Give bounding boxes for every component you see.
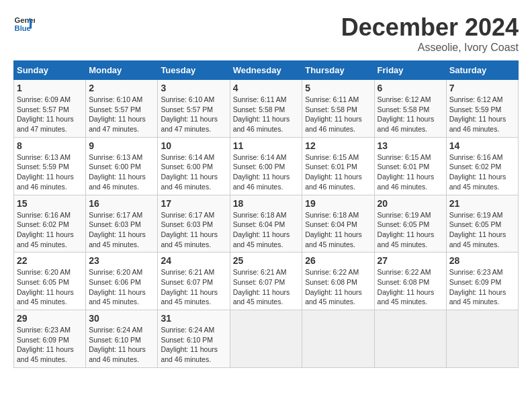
calendar-cell: 17Sunrise: 6:17 AMSunset: 6:03 PMDayligh… xyxy=(158,195,230,253)
calendar-cell: 6Sunrise: 6:12 AMSunset: 5:58 PMDaylight… xyxy=(374,80,446,138)
day-info: Sunrise: 6:21 AMSunset: 6:07 PMDaylight:… xyxy=(233,267,300,307)
day-info: Sunrise: 6:23 AMSunset: 6:09 PMDaylight:… xyxy=(449,267,515,307)
day-number: 7 xyxy=(449,83,515,93)
calendar-cell xyxy=(446,310,518,368)
calendar-cell xyxy=(230,310,302,368)
calendar-body: 1Sunrise: 6:09 AMSunset: 5:57 PMDaylight… xyxy=(14,80,519,368)
logo-icon: General Blue xyxy=(13,13,35,35)
day-info: Sunrise: 6:14 AMSunset: 6:00 PMDaylight:… xyxy=(233,152,300,192)
day-info: Sunrise: 6:10 AMSunset: 5:57 PMDaylight:… xyxy=(161,95,226,134)
day-number: 26 xyxy=(305,255,371,266)
day-info: Sunrise: 6:24 AMSunset: 6:10 PMDaylight:… xyxy=(89,325,154,365)
day-number: 22 xyxy=(17,255,83,266)
calendar-cell: 16Sunrise: 6:17 AMSunset: 6:03 PMDayligh… xyxy=(86,195,158,253)
calendar-cell: 22Sunrise: 6:20 AMSunset: 6:05 PMDayligh… xyxy=(14,253,86,310)
day-number: 29 xyxy=(17,313,83,324)
day-number: 14 xyxy=(449,140,515,151)
title-area: December 2024 Asseolie, Ivory Coast xyxy=(341,13,519,54)
header-sunday: Sunday xyxy=(14,61,86,80)
calendar-cell: 25Sunrise: 6:21 AMSunset: 6:07 PMDayligh… xyxy=(230,253,302,310)
day-info: Sunrise: 6:11 AMSunset: 5:58 PMDaylight:… xyxy=(233,95,300,134)
calendar-cell: 31Sunrise: 6:24 AMSunset: 6:10 PMDayligh… xyxy=(158,310,230,368)
day-number: 6 xyxy=(378,83,443,93)
calendar-cell: 11Sunrise: 6:14 AMSunset: 6:00 PMDayligh… xyxy=(230,137,302,195)
day-number: 17 xyxy=(161,198,226,209)
calendar-header-row: SundayMondayTuesdayWednesdayThursdayFrid… xyxy=(14,61,519,80)
calendar-cell: 18Sunrise: 6:18 AMSunset: 6:04 PMDayligh… xyxy=(230,195,302,253)
day-info: Sunrise: 6:10 AMSunset: 5:57 PMDaylight:… xyxy=(89,95,154,134)
header-wednesday: Wednesday xyxy=(230,61,302,80)
day-info: Sunrise: 6:16 AMSunset: 6:02 PMDaylight:… xyxy=(17,210,83,250)
calendar-cell xyxy=(374,310,446,368)
calendar-cell: 28Sunrise: 6:23 AMSunset: 6:09 PMDayligh… xyxy=(446,253,518,310)
day-info: Sunrise: 6:20 AMSunset: 6:06 PMDaylight:… xyxy=(89,267,154,307)
calendar-cell: 26Sunrise: 6:22 AMSunset: 6:08 PMDayligh… xyxy=(302,253,374,310)
calendar-cell: 27Sunrise: 6:22 AMSunset: 6:08 PMDayligh… xyxy=(374,253,446,310)
calendar-cell: 8Sunrise: 6:13 AMSunset: 5:59 PMDaylight… xyxy=(14,137,86,195)
day-info: Sunrise: 6:19 AMSunset: 6:05 PMDaylight:… xyxy=(449,210,515,250)
day-number: 21 xyxy=(449,198,515,209)
day-info: Sunrise: 6:11 AMSunset: 5:58 PMDaylight:… xyxy=(305,95,371,134)
calendar-week-4: 29Sunrise: 6:23 AMSunset: 6:09 PMDayligh… xyxy=(14,310,519,368)
calendar-table: SundayMondayTuesdayWednesdayThursdayFrid… xyxy=(13,60,519,368)
calendar-cell: 29Sunrise: 6:23 AMSunset: 6:09 PMDayligh… xyxy=(14,310,86,368)
day-number: 11 xyxy=(233,140,300,151)
day-info: Sunrise: 6:24 AMSunset: 6:10 PMDaylight:… xyxy=(161,325,226,365)
svg-text:Blue: Blue xyxy=(15,24,31,32)
day-info: Sunrise: 6:18 AMSunset: 6:04 PMDaylight:… xyxy=(233,210,300,250)
day-number: 18 xyxy=(233,198,300,209)
day-info: Sunrise: 6:13 AMSunset: 6:00 PMDaylight:… xyxy=(89,152,154,192)
calendar-cell: 12Sunrise: 6:15 AMSunset: 6:01 PMDayligh… xyxy=(302,137,374,195)
day-info: Sunrise: 6:15 AMSunset: 6:01 PMDaylight:… xyxy=(305,152,371,192)
day-info: Sunrise: 6:22 AMSunset: 6:08 PMDaylight:… xyxy=(378,267,443,307)
page-header: General Blue December 2024 Asseolie, Ivo… xyxy=(13,13,519,54)
day-info: Sunrise: 6:13 AMSunset: 5:59 PMDaylight:… xyxy=(17,152,83,192)
calendar-cell: 5Sunrise: 6:11 AMSunset: 5:58 PMDaylight… xyxy=(302,80,374,138)
calendar-cell: 19Sunrise: 6:18 AMSunset: 6:04 PMDayligh… xyxy=(302,195,374,253)
day-info: Sunrise: 6:14 AMSunset: 6:00 PMDaylight:… xyxy=(161,152,226,192)
calendar-cell: 23Sunrise: 6:20 AMSunset: 6:06 PMDayligh… xyxy=(86,253,158,310)
day-number: 12 xyxy=(305,140,371,151)
header-monday: Monday xyxy=(86,61,158,80)
calendar-cell: 1Sunrise: 6:09 AMSunset: 5:57 PMDaylight… xyxy=(14,80,86,138)
calendar-cell: 24Sunrise: 6:21 AMSunset: 6:07 PMDayligh… xyxy=(158,253,230,310)
calendar-week-3: 22Sunrise: 6:20 AMSunset: 6:05 PMDayligh… xyxy=(14,253,519,310)
day-info: Sunrise: 6:17 AMSunset: 6:03 PMDaylight:… xyxy=(161,210,226,250)
day-info: Sunrise: 6:21 AMSunset: 6:07 PMDaylight:… xyxy=(161,267,226,307)
calendar-week-0: 1Sunrise: 6:09 AMSunset: 5:57 PMDaylight… xyxy=(14,80,519,138)
calendar-cell: 4Sunrise: 6:11 AMSunset: 5:58 PMDaylight… xyxy=(230,80,302,138)
logo: General Blue xyxy=(13,13,35,35)
day-info: Sunrise: 6:20 AMSunset: 6:05 PMDaylight:… xyxy=(17,267,83,307)
day-number: 31 xyxy=(161,313,226,324)
calendar-cell: 20Sunrise: 6:19 AMSunset: 6:05 PMDayligh… xyxy=(374,195,446,253)
day-info: Sunrise: 6:15 AMSunset: 6:01 PMDaylight:… xyxy=(378,152,443,192)
day-number: 1 xyxy=(17,83,83,93)
header-thursday: Thursday xyxy=(302,61,374,80)
header-friday: Friday xyxy=(374,61,446,80)
day-number: 15 xyxy=(17,198,83,209)
day-info: Sunrise: 6:22 AMSunset: 6:08 PMDaylight:… xyxy=(305,267,371,307)
header-saturday: Saturday xyxy=(446,61,518,80)
day-info: Sunrise: 6:09 AMSunset: 5:57 PMDaylight:… xyxy=(17,95,83,134)
day-number: 20 xyxy=(378,198,443,209)
calendar-cell: 9Sunrise: 6:13 AMSunset: 6:00 PMDaylight… xyxy=(86,137,158,195)
day-number: 19 xyxy=(305,198,371,209)
day-number: 16 xyxy=(89,198,154,209)
day-number: 23 xyxy=(89,255,154,266)
day-number: 2 xyxy=(89,83,154,93)
day-info: Sunrise: 6:12 AMSunset: 5:59 PMDaylight:… xyxy=(449,95,515,134)
day-info: Sunrise: 6:23 AMSunset: 6:09 PMDaylight:… xyxy=(17,325,83,365)
day-info: Sunrise: 6:18 AMSunset: 6:04 PMDaylight:… xyxy=(305,210,371,250)
calendar-cell: 10Sunrise: 6:14 AMSunset: 6:00 PMDayligh… xyxy=(158,137,230,195)
day-number: 30 xyxy=(89,313,154,324)
day-info: Sunrise: 6:12 AMSunset: 5:58 PMDaylight:… xyxy=(378,95,443,134)
day-info: Sunrise: 6:16 AMSunset: 6:02 PMDaylight:… xyxy=(449,152,515,192)
month-title: December 2024 xyxy=(341,13,519,42)
day-number: 28 xyxy=(449,255,515,266)
calendar-cell: 3Sunrise: 6:10 AMSunset: 5:57 PMDaylight… xyxy=(158,80,230,138)
day-info: Sunrise: 6:17 AMSunset: 6:03 PMDaylight:… xyxy=(89,210,154,250)
svg-text:General: General xyxy=(15,16,35,24)
calendar-cell xyxy=(302,310,374,368)
day-info: Sunrise: 6:19 AMSunset: 6:05 PMDaylight:… xyxy=(378,210,443,250)
day-number: 10 xyxy=(161,140,226,151)
